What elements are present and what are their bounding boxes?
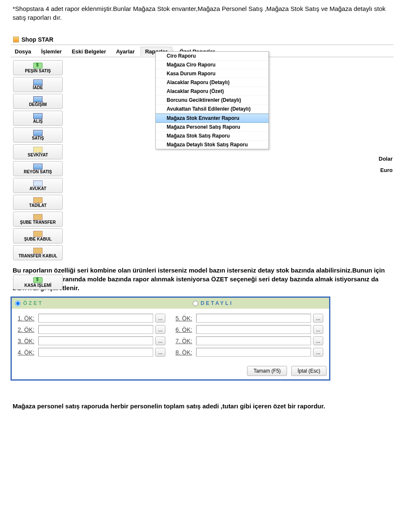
ozet-radio[interactable]: [15, 301, 21, 306]
menu-item-kasa-durum-raporu[interactable]: Kasa Durum Raporu: [156, 69, 268, 78]
ok-label: 1. ÖK:: [18, 315, 36, 322]
toolbar-reyon-sati-[interactable]: REYON SATIŞ: [13, 161, 63, 176]
menu-item-avukattan-tahsil-edilenler-detayl-[interactable]: Avukattan Tahsil Edilenler (Detaylı): [156, 105, 268, 114]
ok-row-4: 4. ÖK:...: [18, 348, 165, 357]
filter-buttons: Tamam (F5) İptal (Esc): [12, 363, 329, 379]
currency-euro: Euro: [379, 167, 393, 173]
ok-row-3: 3. ÖK:...: [18, 336, 165, 345]
toolbar-de-i-i-m[interactable]: DEĞİŞİM: [13, 94, 63, 109]
box-icon: [33, 214, 43, 220]
menu-ayarlar[interactable]: Ayarlar: [112, 47, 139, 56]
menu-item-borcunu-geciktirenler-detayl-[interactable]: Borcunu Geciktirenler (Detaylı): [156, 96, 268, 105]
toolbar-sati-[interactable]: SATIŞ: [13, 127, 63, 143]
outro-paragraph: Mağaza personel satış raporuda herbir pe…: [13, 402, 391, 410]
intro-paragraph-1: *Shopstara 4 adet rapor eklenmiştir.Bunl…: [13, 4, 391, 22]
toolbar-label: ŞUBE TRANSFER: [20, 220, 56, 225]
menu-item-alacaklar-raporu-detayl-[interactable]: Alacaklar Raporu (Detaylı): [156, 78, 268, 87]
menu-islemler[interactable]: İşlemler: [37, 47, 66, 56]
ozet-label: ÖZET: [23, 300, 43, 306]
menu-dosya[interactable]: Dosya: [11, 47, 35, 56]
box-icon: [33, 197, 43, 203]
bars-icon: [33, 79, 43, 85]
ok-row-2: 2. ÖK:...: [18, 325, 165, 334]
detayli-radio-wrap[interactable]: DETAYLI: [193, 300, 233, 306]
cash-icon: [33, 63, 43, 69]
iptal-button[interactable]: İptal (Esc): [291, 366, 327, 376]
ok-input-4[interactable]: [38, 348, 153, 357]
menu-eski-belgeler[interactable]: Eski Belgeler: [67, 47, 110, 56]
detayli-radio[interactable]: [193, 301, 198, 306]
toolbar-label: SEVKİYAT: [28, 153, 48, 157]
ok-lookup-button-7[interactable]: ...: [313, 336, 323, 345]
ok-label: 4. ÖK:: [18, 349, 36, 356]
ok-lookup-button-3[interactable]: ...: [155, 336, 165, 345]
bars-icon: [33, 113, 43, 119]
ok-input-8[interactable]: [196, 348, 311, 357]
toolbar-ali-[interactable]: ALIŞ: [13, 111, 63, 126]
ok-label: 2. ÖK:: [18, 326, 36, 333]
toolbar-tadi-lat[interactable]: TADİLAT: [13, 195, 63, 210]
ok-lookup-button-2[interactable]: ...: [155, 325, 165, 334]
ok-label: 6. ÖK:: [175, 326, 194, 333]
menu-item-ma-aza-stok-envanter-raporu[interactable]: Mağaza Stok Envanter Raporu: [156, 114, 268, 123]
toolbar-label: TADİLAT: [29, 203, 46, 208]
ok-row-5: 5. ÖK:...: [175, 314, 323, 323]
ok-row-1: 1. ÖK:...: [18, 314, 165, 323]
app-screenshot: Shop STAR Dosya İşlemler Eski Belgeler A…: [11, 34, 393, 257]
ok-lookup-button-4[interactable]: ...: [155, 348, 165, 357]
toolbar-label: REYON SATIŞ: [24, 169, 52, 174]
ok-row-7: 7. ÖK:...: [175, 336, 323, 345]
ok-label: 5. ÖK:: [175, 315, 194, 322]
ok-lookup-button-8[interactable]: ...: [313, 348, 323, 357]
toolbar--ube-transfer[interactable]: ŞUBE TRANSFER: [13, 212, 63, 227]
tamam-button[interactable]: Tamam (F5): [247, 366, 287, 376]
ok-label: 8. ÖK:: [175, 349, 194, 356]
toolbar-label: ALIŞ: [33, 119, 43, 124]
ok-input-1[interactable]: [38, 314, 153, 323]
toolbar-avukat[interactable]: AVUKAT: [13, 178, 63, 193]
ok-row-8: 8. ÖK:...: [175, 348, 323, 357]
toolbar-label: KASA İŞLEMİ: [24, 283, 51, 288]
ok-input-7[interactable]: [196, 336, 311, 345]
truck-icon: [33, 147, 43, 153]
menu-item-ma-aza-stok-sat-raporu[interactable]: Mağaza Stok Satış Raporu: [156, 132, 268, 140]
app-title-text: Shop STAR: [21, 36, 53, 43]
detayli-label: DETAYLI: [201, 300, 233, 306]
bars-icon: [33, 164, 43, 169]
toolbar-pe-i-n-sati-[interactable]: PEŞİN SATIŞ: [13, 60, 63, 75]
app-title-bar: Shop STAR: [11, 34, 393, 45]
menu-item-ma-aza-detayl-stok-sat-raporu[interactable]: Mağaza Detaylı Stok Satış Raporu: [156, 140, 268, 149]
toolbar-i-ade[interactable]: İADE: [13, 77, 63, 92]
toolbar-label: İADE: [33, 85, 43, 90]
ok-lookup-button-5[interactable]: ...: [313, 314, 323, 323]
currency-labels: Dolar Euro: [379, 156, 393, 178]
ok-input-2[interactable]: [38, 325, 153, 334]
ozet-radio-wrap[interactable]: ÖZET: [15, 300, 43, 306]
menu-item-ma-aza-ciro-raporu[interactable]: Mağaza Ciro Raporu: [156, 61, 268, 69]
menu-item-alacaklar-raporu-zet-[interactable]: Alacaklar Raporu (Özet): [156, 87, 268, 96]
toolbar-kasa-i-lemi-[interactable]: KASA İŞLEMİ: [13, 275, 63, 290]
ok-input-3[interactable]: [38, 336, 153, 345]
ok-lookup-button-1[interactable]: ...: [155, 314, 165, 323]
toolbar-label: SATIŞ: [32, 136, 44, 140]
menu-item-ciro-raporu[interactable]: Ciro Raporu: [156, 52, 268, 61]
toolbar--ube-kabul[interactable]: ŞUBE KABUL: [13, 228, 63, 244]
box-icon: [33, 248, 43, 254]
toolbar-label: DEĞİŞİM: [29, 102, 47, 107]
ok-label: 7. ÖK:: [175, 338, 194, 344]
box-icon: [33, 231, 43, 237]
app-icon: [13, 37, 19, 42]
toolbar-label: ŞUBE KABUL: [24, 237, 52, 241]
filter-head: ÖZET DETAYLI: [12, 298, 329, 309]
menu-item-ma-aza-personel-sat-raporu[interactable]: Mağaza Personel Satış Raporu: [156, 123, 268, 132]
ok-input-5[interactable]: [196, 314, 311, 323]
card-icon: [33, 180, 43, 186]
bars-icon: [33, 130, 43, 136]
ok-lookup-button-6[interactable]: ...: [313, 325, 323, 334]
toolbar-label: AVUKAT: [29, 186, 46, 191]
toolbar-sevki-yat[interactable]: SEVKİYAT: [13, 144, 63, 159]
ok-input-6[interactable]: [196, 325, 311, 334]
raporlar-dropdown[interactable]: Ciro RaporuMağaza Ciro RaporuKasa Durum …: [155, 51, 269, 149]
toolbar-transfer-kabul[interactable]: TRANSFER KABUL: [13, 245, 63, 260]
left-toolbar: PEŞİN SATIŞİADEDEĞİŞİMALIŞSATIŞSEVKİYATR…: [11, 58, 65, 294]
